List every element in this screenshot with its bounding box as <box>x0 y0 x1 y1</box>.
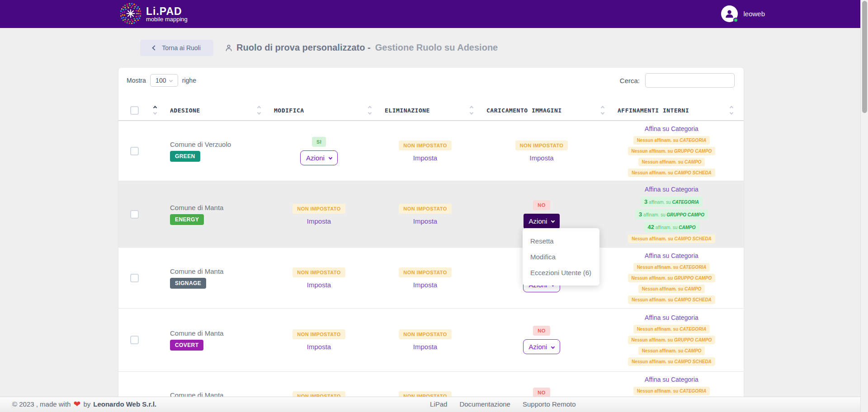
sort-desc-icon <box>368 111 372 114</box>
adesione-name: Comune di Manta <box>170 267 223 275</box>
action-menu-item-eccezioni-utente-6-[interactable]: Eccezioni Utente (6) <box>523 265 599 281</box>
sort-arrows[interactable] <box>601 107 604 114</box>
affinamenti-cell: Affina su Categoria Nessun affinam. su C… <box>597 309 726 371</box>
adesione-cell: Comune di VerzuoloGREEN <box>149 121 253 181</box>
imposta-link[interactable]: Imposta <box>307 343 331 351</box>
sort-arrows[interactable] <box>730 107 733 114</box>
logo-title: Li.PAD <box>146 6 188 16</box>
avatar[interactable] <box>721 5 738 22</box>
column-header-modifica[interactable]: MODIFICA <box>253 100 364 120</box>
imposta-link[interactable]: Imposta <box>413 154 437 162</box>
action-menu-item-modifica[interactable]: Modifica <box>523 249 599 265</box>
affina-su-categoria-link[interactable]: Affina su Categoria <box>645 186 698 193</box>
sort-arrows[interactable] <box>368 107 371 114</box>
rows-per-page-value: 100 <box>156 77 166 84</box>
footer-link-lipad[interactable]: LiPad <box>430 400 447 408</box>
eliminazione-cell: NON IMPOSTATOImposta <box>364 248 466 308</box>
lipad-logo[interactable]: Li.PAD mobile mapping <box>120 3 188 26</box>
affinamento-badge: Nessun affinam. su CAMPO <box>638 158 705 166</box>
status-badge: NON IMPOSTATO <box>399 267 451 277</box>
column-header-eliminazione[interactable]: ELIMINAZIONE <box>364 100 466 120</box>
affina-su-categoria-link[interactable]: Affina su Categoria <box>645 125 698 132</box>
username-label: leoweb <box>743 10 765 18</box>
column-header-label: ADESIONE <box>170 107 200 114</box>
imposta-link[interactable]: Imposta <box>413 217 437 225</box>
row-checkbox[interactable] <box>130 336 139 344</box>
vertical-scrollbar[interactable] <box>860 0 868 412</box>
row-checkbox[interactable] <box>130 210 139 219</box>
column-header-label: MODIFICA <box>274 107 304 114</box>
sort-arrows[interactable] <box>154 107 156 114</box>
adesione-name: Comune di Verzuolo <box>170 140 231 148</box>
online-status-dot <box>733 18 738 23</box>
chevron-down-icon <box>169 79 173 82</box>
page-subtitle: Gestione Ruolo su Adesione <box>375 42 498 53</box>
chevron-left-icon <box>152 45 157 50</box>
azioni-button[interactable]: Azioni <box>300 150 338 165</box>
affinamento-badge: Nessun affinam. su CAMPO <box>638 285 705 293</box>
roles-table-card: Mostra 100 righe Cerca: ADESIONEMODIFICA… <box>118 68 744 412</box>
affinamento-badge: Nessun affinam. su CATEGORIA <box>633 325 710 333</box>
scrollbar-thumb[interactable] <box>862 1 867 113</box>
column-header-label: CARICAMENTO IMMAGINI <box>486 107 562 114</box>
page-title: Ruolo di prova personalizzato - Gestione… <box>225 42 498 53</box>
affinamento-badge: Nessun affinam. su CATEGORIA <box>633 263 710 272</box>
eliminazione-cell: NON IMPOSTATOImposta <box>364 181 466 247</box>
column-header-caricamento-immagini[interactable]: CARICAMENTO IMMAGINI <box>466 100 597 120</box>
row-end-cell <box>726 248 746 308</box>
azioni-button[interactable]: Azioni <box>524 214 560 229</box>
rows-per-page-select[interactable]: 100 <box>150 74 178 87</box>
affina-su-categoria-link[interactable]: Affina su Categoria <box>645 376 698 383</box>
footer-link-documentazione[interactable]: Documentazione <box>459 400 510 408</box>
search-control: Cerca: <box>620 73 735 88</box>
row-checkbox[interactable] <box>130 147 139 155</box>
sort-arrows[interactable] <box>258 107 260 114</box>
imposta-link[interactable]: Imposta <box>307 217 331 225</box>
modifica-cell: SIAzioni <box>253 121 364 181</box>
sort-desc-icon <box>153 111 157 114</box>
status-badge: NON IMPOSTATO <box>292 204 345 214</box>
azioni-button-label: Azioni <box>529 217 547 225</box>
affinamento-badge: 3 affinam. su GRUPPO CAMPO <box>635 209 708 220</box>
affina-su-categoria-link[interactable]: Affina su Categoria <box>645 252 698 259</box>
row-end-cell <box>726 121 746 181</box>
imposta-link[interactable]: Imposta <box>413 343 437 351</box>
sort-desc-icon <box>730 111 733 114</box>
eliminazione-cell: NON IMPOSTATOImposta <box>364 309 466 371</box>
footer-links: LiPadDocumentazioneSupporto Remoto <box>430 400 576 408</box>
adesione-cell: Comune di MantaENERGY <box>149 181 253 247</box>
table-row: Comune di VerzuoloGREENSIAzioniNON IMPOS… <box>118 121 744 181</box>
sort-desc-icon <box>601 111 604 114</box>
sort-asc-icon <box>730 106 733 109</box>
person-icon <box>225 44 233 52</box>
column-header-affinamenti-interni[interactable]: AFFINAMENTI INTERNI <box>597 100 726 120</box>
affina-su-categoria-link[interactable]: Affina su Categoria <box>645 314 698 321</box>
search-label: Cerca: <box>620 77 640 84</box>
column-header-label: AFFINAMENTI INTERNI <box>618 107 689 114</box>
azioni-button[interactable]: Azioni <box>523 339 561 354</box>
affinamento-badge: Nessun affinam. su GRUPPO CAMPO <box>628 274 716 282</box>
top-navigation-bar: Li.PAD mobile mapping leoweb <box>0 0 868 28</box>
affinamento-badge: Nessun affinam. su CAMPO SCHEDA <box>628 234 715 243</box>
row-checkbox-cell <box>118 309 149 371</box>
sort-arrows[interactable] <box>470 107 473 114</box>
adesione-name: Comune di Manta <box>170 329 223 337</box>
search-input[interactable] <box>645 73 735 88</box>
column-header-end[interactable] <box>726 100 746 120</box>
column-header-adesione[interactable]: ADESIONE <box>149 100 253 120</box>
row-checkbox-cell <box>118 248 149 308</box>
footer-link-supporto-remoto[interactable]: Supporto Remoto <box>523 400 576 408</box>
select-all-checkbox[interactable] <box>130 106 139 115</box>
row-checkbox[interactable] <box>130 274 139 282</box>
affinamenti-cell: Affina su Categoria Nessun affinam. su C… <box>597 248 726 308</box>
back-to-roles-button[interactable]: Torna ai Ruoli <box>140 40 213 56</box>
sort-desc-icon <box>470 111 473 114</box>
user-icon <box>724 9 735 19</box>
affinamento-badge: 3 affinam. su CATEGORIA <box>641 197 703 207</box>
user-menu[interactable]: leoweb <box>721 5 765 22</box>
imposta-link[interactable]: Imposta <box>413 281 437 289</box>
imposta-link[interactable]: Imposta <box>529 154 553 162</box>
action-menu-item-resetta[interactable]: Resetta <box>523 233 599 249</box>
imposta-link[interactable]: Imposta <box>307 281 331 289</box>
affinamento-badge: Nessun affinam. su CAMPO <box>638 346 705 355</box>
